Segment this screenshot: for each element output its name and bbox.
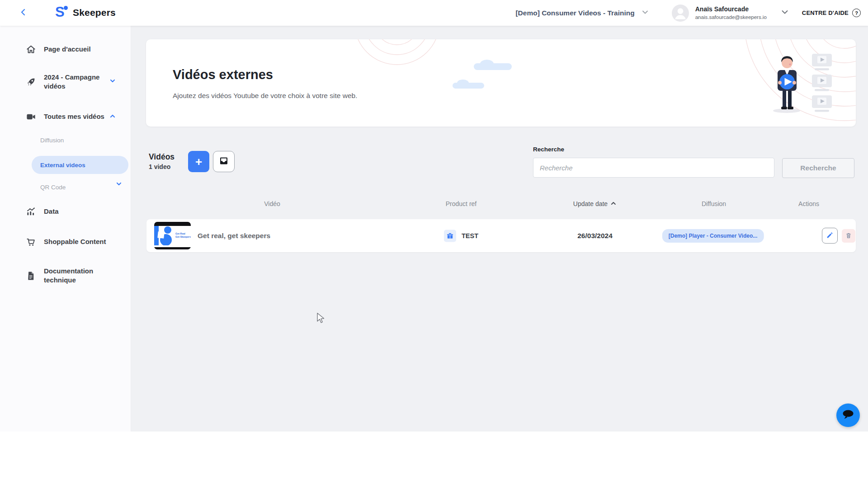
column-header-update-date[interactable]: Update date — [573, 200, 617, 207]
sidebar-subitem-label: QR Code — [40, 184, 66, 191]
video-camera-icon — [26, 112, 36, 122]
inbox-tray-icon — [218, 155, 229, 168]
sidebar-subitem-qr-code[interactable]: QR Code — [40, 184, 66, 191]
sidebar-subitem-label: External videos — [40, 162, 85, 169]
sidebar-item-shoppable-content[interactable]: Shoppable Content — [26, 237, 124, 247]
home-icon — [26, 44, 36, 55]
plus-icon: + — [195, 156, 202, 168]
page-header-card: Vidéos externes Ajoutez des vidéos Youtu… — [146, 39, 856, 127]
sidebar-item-label: Page d'accueil — [44, 45, 91, 54]
sidebar-item-campaign[interactable]: 2024 - Campagne vidéos — [26, 73, 124, 91]
sidebar-subitem-external-videos[interactable]: External videos — [32, 156, 128, 174]
chat-widget-button[interactable] — [836, 404, 860, 427]
column-header-product-ref: Product ref — [446, 200, 476, 207]
document-icon — [26, 271, 36, 281]
chevron-left-icon — [19, 8, 28, 19]
column-header-diffusion: Diffusion — [702, 200, 726, 207]
brand-logo[interactable]: S Skeepers — [55, 5, 116, 20]
sidebar-item-label: Shoppable Content — [44, 237, 106, 246]
sidebar: Page d'accueil 2024 - Campagne vidéos To… — [0, 26, 131, 432]
column-header-label: Update date — [573, 200, 608, 207]
table-row: Get Real Get Skeepers Get real, get skee… — [146, 219, 856, 252]
question-circle-icon: ? — [852, 9, 861, 17]
help-center-button[interactable]: CENTRE D'AIDE ? — [802, 9, 861, 17]
user-info: Anaïs Safourcade anais.safourcade@skeepe… — [695, 5, 767, 21]
decorative-arcs — [146, 39, 856, 127]
column-header-video: Vidéo — [264, 200, 280, 207]
cloud-decoration — [474, 63, 512, 70]
help-center-label: CENTRE D'AIDE — [802, 9, 849, 16]
sidebar-item-documentation[interactable]: Documentation technique — [26, 267, 124, 285]
topbar: S Skeepers [Demo] Consumer Videos - Trai… — [0, 0, 868, 26]
user-email: anais.safourcade@skeepers.io — [695, 14, 767, 20]
cart-icon — [26, 237, 36, 247]
video-title: Get real, get skeepers — [198, 232, 270, 240]
main-content: Vidéos externes Ajoutez des vidéos Youtu… — [131, 26, 868, 432]
application-window: S Skeepers [Demo] Consumer Videos - Trai… — [0, 0, 868, 488]
cloud-decoration — [453, 83, 484, 89]
update-date-value: 26/03/2024 — [577, 232, 613, 240]
sidebar-item-label: Data — [44, 207, 59, 216]
avatar — [672, 5, 689, 22]
sidebar-item-all-videos[interactable]: Toutes mes vidéos — [26, 112, 124, 122]
chart-icon — [26, 206, 36, 217]
search-button[interactable]: Recherche — [782, 158, 854, 178]
sort-ascending-icon — [610, 200, 617, 207]
videos-count: 1 video — [149, 163, 170, 170]
sidebar-item-home[interactable]: Page d'accueil — [26, 44, 124, 55]
sidebar-item-label: 2024 - Campagne vidéos — [44, 73, 113, 91]
product-ref-value: TEST — [462, 232, 478, 239]
user-name: Anaïs Safourcade — [695, 5, 767, 14]
sidebar-subitem-diffusion[interactable]: Diffusion — [40, 137, 64, 144]
delete-video-button[interactable] — [842, 229, 855, 243]
workspace-label: [Demo] Consumer Videos - Training — [515, 9, 634, 17]
back-button[interactable] — [17, 7, 30, 19]
workspace-selector[interactable]: [Demo] Consumer Videos - Training — [515, 8, 649, 18]
chevron-down-icon — [780, 8, 789, 19]
chevron-down-icon — [115, 180, 123, 189]
sidebar-item-label: Documentation technique — [44, 267, 124, 285]
chevron-down-icon — [641, 8, 649, 18]
search-label: Recherche — [533, 146, 564, 153]
skeepers-logo-icon: S — [55, 5, 69, 20]
svg-text:Get Real: Get Real — [175, 232, 185, 235]
column-header-actions: Actions — [798, 200, 819, 207]
add-video-button[interactable]: + — [188, 151, 209, 172]
video-thumbnail[interactable]: Get Real Get Skeepers — [154, 222, 191, 249]
page-title: Vidéos externes — [173, 67, 273, 82]
page-subtitle: Ajoutez des vidéos Youtube de votre choi… — [173, 92, 357, 100]
speech-bubble-icon — [842, 409, 854, 422]
brand-name: Skeepers — [73, 7, 116, 18]
trash-icon — [845, 232, 852, 240]
edit-video-button[interactable] — [822, 228, 838, 244]
user-menu[interactable]: Anaïs Safourcade anais.safourcade@skeepe… — [672, 5, 789, 22]
chevron-down-icon — [109, 77, 116, 86]
sidebar-item-data[interactable]: Data — [26, 206, 124, 217]
topbar-right: [Demo] Consumer Videos - Training Anaïs … — [515, 0, 861, 26]
chevron-up-icon — [109, 113, 116, 122]
diffusion-badge: [Demo] Player - Consumer Video... — [662, 229, 764, 243]
pencil-icon — [826, 231, 834, 240]
search-input[interactable] — [533, 158, 774, 178]
videos-section-title: Vidéos — [149, 152, 175, 162]
product-ref-cell: TEST — [444, 230, 478, 242]
import-videos-button[interactable] — [213, 151, 235, 172]
sidebar-item-label: Toutes mes vidéos — [44, 112, 104, 121]
presenter-illustration — [759, 49, 844, 119]
gift-icon — [444, 230, 456, 242]
rocket-icon — [26, 77, 36, 87]
svg-text:Get Skeepers: Get Skeepers — [175, 235, 191, 238]
